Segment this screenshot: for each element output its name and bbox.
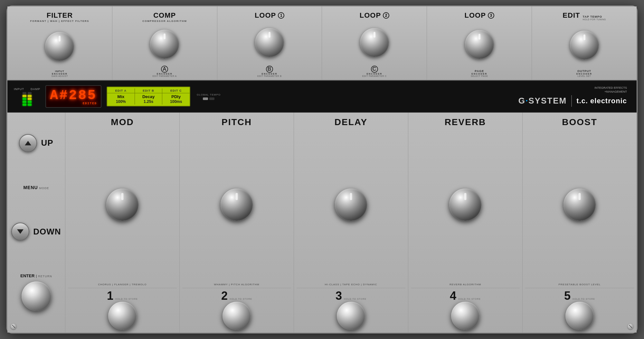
edit-params-names: Mix Decay PDly <box>107 93 190 99</box>
enter-section: ENTER | RETURN <box>20 273 52 311</box>
mod-knob-area <box>106 128 138 281</box>
comp-knob[interactable] <box>150 30 179 59</box>
tempo-leds <box>203 97 214 100</box>
reverb-footswitch-section: 4 HOLD TO STORE <box>450 290 481 330</box>
loop2-title-combined: LOOP 2 <box>360 12 389 19</box>
delay-knob[interactable] <box>335 188 367 221</box>
delay-module: DELAY HI-CLASS | TAPE ECHO | DYNAMIC 3 H… <box>294 113 408 333</box>
filter-module: FILTER FORMANT | WAH | EFFECT FILTERS IN… <box>7 6 112 80</box>
gsystem-logo: G·SYSTEM <box>518 96 567 106</box>
filter-title-row: FILTER FORMANT | WAH | EFFECT FILTERS <box>30 12 89 23</box>
loop2-knob[interactable] <box>360 28 389 57</box>
delay-knob-area <box>335 128 367 281</box>
menu-label: MENU <box>23 185 38 190</box>
loop3-knob[interactable] <box>465 30 494 59</box>
pitch-divider <box>182 288 291 288</box>
edit-title-combined: EDIT TAP TEMPO HOLD FOR TUNING <box>563 12 606 21</box>
vu-meter-damp <box>28 92 32 106</box>
loop1-title-combined: LOOP 1 <box>255 12 284 19</box>
footswitch-5[interactable] <box>565 302 594 330</box>
loop3-module: LOOP 3 PAGE ENCODER SELECT PAGE <box>427 6 532 80</box>
top-section: FILTER FORMANT | WAH | EFFECT FILTERS IN… <box>7 6 637 80</box>
edit-knob[interactable] <box>570 31 599 60</box>
integrated-text: INTEGRATED EFFECTS +MANAGEMENT <box>594 86 627 94</box>
mod-title: MOD <box>111 117 134 127</box>
pitch-knob-area <box>221 128 253 281</box>
footswitch-2[interactable] <box>223 302 251 330</box>
boost-title: BOOST <box>562 117 597 127</box>
edit-tap-info: TAP TEMPO HOLD FOR TUNING <box>582 15 606 21</box>
edit-params-values: 100% 1.25s 100ms <box>107 99 190 105</box>
pitch-knob[interactable] <box>221 188 253 221</box>
screw-bottom-left <box>11 324 16 329</box>
delay-sublabel: HI-CLASS | TAPE ECHO | DYNAMIC <box>325 283 377 286</box>
footswitch-3[interactable] <box>337 302 365 330</box>
vu-meters <box>23 92 32 106</box>
pitch-title: PITCH <box>222 117 252 127</box>
up-arrow-icon <box>25 141 31 145</box>
tc-brand: t.c. electronic <box>576 97 627 105</box>
loop1-module: LOOP 1 B ENCODER EDIT PARAMETER B <box>217 6 322 80</box>
delay-footswitch-section: 3 HOLD TO STORE <box>336 290 366 330</box>
footswitch-2-label: 2 HOLD TO STORE <box>221 290 252 302</box>
comp-title: COMP <box>153 12 176 19</box>
comp-encoder-label: A ENCODER EDIT PARAMETER A <box>153 66 177 77</box>
loop1-num: 1 <box>278 12 284 19</box>
led-patch-display: A#285 EDITED <box>45 85 101 108</box>
reverb-knob[interactable] <box>449 188 481 221</box>
boost-footswitch-section: 5 HOLD TO STORE <box>564 290 595 330</box>
enter-footswitch[interactable] <box>22 281 51 311</box>
brand-row: G·SYSTEM t.c. electronic <box>518 95 627 107</box>
footswitch-1[interactable] <box>108 302 137 330</box>
bottom-section: UP MENU MODE DOWN ENTER | RETURN <box>7 113 637 333</box>
global-tempo-section: GLOBAL TEMPO <box>197 93 221 100</box>
footswitch-1-label: 1 HOLD TO STORE <box>107 290 138 302</box>
edit-params-display: EDIT A EDIT B EDIT C Mix Decay PDly 100%… <box>107 87 190 106</box>
boost-divider <box>525 288 634 288</box>
boost-knob[interactable] <box>564 188 596 221</box>
pitch-sublabel: WHAMMY | PITCH ALGORITHM <box>214 283 259 286</box>
filter-title: FILTER <box>47 12 73 19</box>
down-button[interactable] <box>11 223 29 241</box>
filter-encoder-label: INPUT ENCODER GAIN ADJUST <box>52 70 68 77</box>
down-row: DOWN <box>11 223 61 241</box>
footswitch-5-label: 5 HOLD TO STORE <box>564 290 595 302</box>
mod-module: MOD CHORUS | FLANGER | TREMOLO 1 HOLD TO… <box>65 113 180 333</box>
edit-module: EDIT TAP TEMPO HOLD FOR TUNING OUTPUT EN… <box>532 6 637 80</box>
tempo-led-1 <box>203 97 208 100</box>
edit-title: EDIT <box>563 12 580 19</box>
pitch-footswitch-section: 2 HOLD TO STORE <box>221 290 252 330</box>
loop2-title: LOOP <box>360 12 381 19</box>
comp-subtitle: COMPRESSOR ALGORITHM <box>142 20 187 23</box>
edit-params-header: EDIT A EDIT B EDIT C <box>107 88 190 93</box>
footswitch-4[interactable] <box>451 302 479 330</box>
delay-title: DELAY <box>335 117 367 127</box>
loop1-knob[interactable] <box>255 28 284 57</box>
mod-divider <box>68 288 177 288</box>
reverb-divider <box>411 288 520 288</box>
loop3-title-row: LOOP 3 <box>465 12 494 19</box>
device-body: FILTER FORMANT | WAH | EFFECT FILTERS IN… <box>6 5 638 334</box>
delay-divider <box>297 288 405 288</box>
loop2-title-row: LOOP 2 <box>360 12 389 19</box>
enter-label-row: ENTER | RETURN <box>20 273 52 278</box>
mode-label: MODE <box>39 187 49 190</box>
vu-meter-input <box>23 92 26 106</box>
pitch-module: PITCH WHAMMY | PITCH ALGORITHM 2 HOLD TO… <box>180 113 294 333</box>
mod-knob[interactable] <box>106 188 138 221</box>
edit-encoder-label: OUTPUT ENCODER LEVEL SET <box>576 69 592 77</box>
mod-footswitch-section: 1 HOLD TO STORE <box>107 290 138 330</box>
menu-mode-row: MENU MODE <box>23 185 49 190</box>
brand-divider <box>571 95 572 107</box>
filter-subtitle: FORMANT | WAH | EFFECT FILTERS <box>30 20 89 23</box>
display-strip: INPUT DAMP <box>7 80 637 113</box>
up-button[interactable] <box>19 134 37 152</box>
comp-title-row: COMP COMPRESSOR ALGORITHM <box>142 12 187 23</box>
mod-sublabel: CHORUS | FLANGER | TREMOLO <box>98 283 147 286</box>
brand-section: INTEGRATED EFFECTS +MANAGEMENT G·SYSTEM … <box>518 86 630 106</box>
footswitch-4-label: 4 HOLD TO STORE <box>450 290 481 302</box>
nav-section: UP MENU MODE DOWN ENTER | RETURN <box>7 113 65 333</box>
reverb-sublabel: REVERB ALGORITHM <box>450 283 481 286</box>
loop1-encoder-label: B ENCODER EDIT PARAMETER B <box>257 66 281 77</box>
filter-knob[interactable] <box>45 32 74 61</box>
